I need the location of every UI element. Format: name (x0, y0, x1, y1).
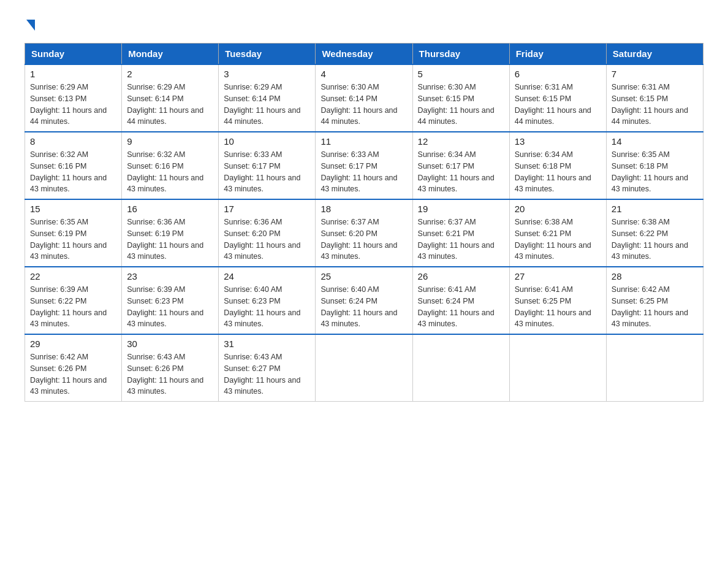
calendar-day-cell: 4 Sunrise: 6:30 AM Sunset: 6:14 PM Dayli… (316, 64, 412, 132)
calendar-day-cell: 29 Sunrise: 6:42 AM Sunset: 6:26 PM Dayl… (25, 334, 122, 402)
calendar-week-row: 15 Sunrise: 6:35 AM Sunset: 6:19 PM Dayl… (25, 199, 703, 267)
day-number: 22 (30, 271, 116, 282)
day-info: Sunrise: 6:41 AM Sunset: 6:24 PM Dayligh… (418, 284, 504, 330)
calendar-day-cell: 26 Sunrise: 6:41 AM Sunset: 6:24 PM Dayl… (412, 267, 509, 334)
day-info: Sunrise: 6:31 AM Sunset: 6:15 PM Dayligh… (515, 82, 601, 128)
day-info: Sunrise: 6:30 AM Sunset: 6:14 PM Dayligh… (320, 82, 407, 128)
day-info: Sunrise: 6:29 AM Sunset: 6:13 PM Dayligh… (30, 82, 116, 128)
calendar-day-cell: 2 Sunrise: 6:29 AM Sunset: 6:14 PM Dayli… (122, 64, 219, 132)
day-number: 17 (224, 204, 310, 214)
day-number: 27 (515, 271, 601, 282)
day-number: 5 (418, 69, 504, 79)
day-number: 12 (418, 136, 504, 147)
calendar-day-cell: 18 Sunrise: 6:37 AM Sunset: 6:20 PM Dayl… (316, 199, 412, 267)
day-info: Sunrise: 6:40 AM Sunset: 6:24 PM Dayligh… (320, 284, 407, 330)
day-info: Sunrise: 6:36 AM Sunset: 6:19 PM Dayligh… (127, 216, 213, 262)
day-number: 15 (30, 204, 116, 214)
calendar-day-cell: 16 Sunrise: 6:36 AM Sunset: 6:19 PM Dayl… (122, 199, 219, 267)
day-info: Sunrise: 6:35 AM Sunset: 6:18 PM Dayligh… (612, 149, 698, 195)
calendar-day-cell: 28 Sunrise: 6:42 AM Sunset: 6:25 PM Dayl… (606, 267, 703, 334)
day-number: 3 (224, 69, 310, 79)
day-info: Sunrise: 6:43 AM Sunset: 6:26 PM Dayligh… (127, 351, 213, 397)
day-info: Sunrise: 6:34 AM Sunset: 6:18 PM Dayligh… (515, 149, 601, 195)
day-number: 2 (127, 69, 213, 79)
calendar-day-header: Tuesday (219, 44, 316, 65)
calendar-day-cell: 12 Sunrise: 6:34 AM Sunset: 6:17 PM Dayl… (412, 132, 509, 199)
day-info: Sunrise: 6:39 AM Sunset: 6:22 PM Dayligh… (30, 284, 116, 330)
day-info: Sunrise: 6:42 AM Sunset: 6:26 PM Dayligh… (30, 351, 116, 397)
day-info: Sunrise: 6:35 AM Sunset: 6:19 PM Dayligh… (30, 216, 116, 262)
calendar-day-cell: 21 Sunrise: 6:38 AM Sunset: 6:22 PM Dayl… (606, 199, 703, 267)
calendar-day-cell (412, 334, 509, 402)
day-info: Sunrise: 6:36 AM Sunset: 6:20 PM Dayligh… (224, 216, 310, 262)
calendar-day-cell: 10 Sunrise: 6:33 AM Sunset: 6:17 PM Dayl… (219, 132, 316, 199)
calendar-day-header: Sunday (25, 44, 122, 65)
calendar-day-cell: 20 Sunrise: 6:38 AM Sunset: 6:21 PM Dayl… (509, 199, 606, 267)
day-number: 9 (127, 136, 213, 147)
day-info: Sunrise: 6:29 AM Sunset: 6:14 PM Dayligh… (127, 82, 213, 128)
calendar-day-cell: 22 Sunrise: 6:39 AM Sunset: 6:22 PM Dayl… (25, 267, 122, 334)
day-number: 11 (320, 136, 407, 147)
calendar-day-cell: 3 Sunrise: 6:29 AM Sunset: 6:14 PM Dayli… (219, 64, 316, 132)
calendar-day-cell: 31 Sunrise: 6:43 AM Sunset: 6:27 PM Dayl… (219, 334, 316, 402)
day-number: 23 (127, 271, 213, 282)
calendar-header-row: SundayMondayTuesdayWednesdayThursdayFrid… (25, 44, 703, 65)
day-info: Sunrise: 6:34 AM Sunset: 6:17 PM Dayligh… (418, 149, 504, 195)
day-number: 10 (224, 136, 310, 147)
day-number: 1 (30, 69, 116, 79)
calendar-day-cell: 23 Sunrise: 6:39 AM Sunset: 6:23 PM Dayl… (122, 267, 219, 334)
calendar-week-row: 1 Sunrise: 6:29 AM Sunset: 6:13 PM Dayli… (25, 64, 703, 132)
day-number: 30 (127, 339, 213, 349)
day-number: 28 (612, 271, 698, 282)
day-number: 4 (320, 69, 407, 79)
calendar-day-header: Friday (509, 44, 606, 65)
day-info: Sunrise: 6:31 AM Sunset: 6:15 PM Dayligh… (612, 82, 698, 128)
calendar-day-cell: 11 Sunrise: 6:33 AM Sunset: 6:17 PM Dayl… (316, 132, 412, 199)
day-info: Sunrise: 6:37 AM Sunset: 6:20 PM Dayligh… (320, 216, 407, 262)
day-number: 18 (320, 204, 407, 214)
calendar-day-cell: 15 Sunrise: 6:35 AM Sunset: 6:19 PM Dayl… (25, 199, 122, 267)
calendar-day-cell (316, 334, 412, 402)
logo-arrow-icon (26, 20, 35, 31)
calendar-day-cell: 7 Sunrise: 6:31 AM Sunset: 6:15 PM Dayli… (606, 64, 703, 132)
calendar-week-row: 22 Sunrise: 6:39 AM Sunset: 6:22 PM Dayl… (25, 267, 703, 334)
day-info: Sunrise: 6:40 AM Sunset: 6:23 PM Dayligh… (224, 284, 310, 330)
calendar-day-cell: 19 Sunrise: 6:37 AM Sunset: 6:21 PM Dayl… (412, 199, 509, 267)
day-info: Sunrise: 6:41 AM Sunset: 6:25 PM Dayligh… (515, 284, 601, 330)
day-number: 21 (612, 204, 698, 214)
day-number: 8 (30, 136, 116, 147)
calendar-day-header: Monday (122, 44, 219, 65)
day-number: 13 (515, 136, 601, 147)
day-number: 26 (418, 271, 504, 282)
day-number: 14 (612, 136, 698, 147)
calendar-day-cell: 25 Sunrise: 6:40 AM Sunset: 6:24 PM Dayl… (316, 267, 412, 334)
day-number: 20 (515, 204, 601, 214)
calendar-day-cell (606, 334, 703, 402)
calendar-day-cell: 6 Sunrise: 6:31 AM Sunset: 6:15 PM Dayli… (509, 64, 606, 132)
calendar-day-cell: 17 Sunrise: 6:36 AM Sunset: 6:20 PM Dayl… (219, 199, 316, 267)
calendar-day-header: Wednesday (316, 44, 412, 65)
day-number: 31 (224, 339, 310, 349)
calendar-day-cell: 13 Sunrise: 6:34 AM Sunset: 6:18 PM Dayl… (509, 132, 606, 199)
calendar-day-cell: 1 Sunrise: 6:29 AM Sunset: 6:13 PM Dayli… (25, 64, 122, 132)
day-info: Sunrise: 6:30 AM Sunset: 6:15 PM Dayligh… (418, 82, 504, 128)
day-number: 6 (515, 69, 601, 79)
day-info: Sunrise: 6:39 AM Sunset: 6:23 PM Dayligh… (127, 284, 213, 330)
day-number: 19 (418, 204, 504, 214)
calendar-day-header: Saturday (606, 44, 703, 65)
calendar-week-row: 8 Sunrise: 6:32 AM Sunset: 6:16 PM Dayli… (25, 132, 703, 199)
day-info: Sunrise: 6:43 AM Sunset: 6:27 PM Dayligh… (224, 351, 310, 397)
calendar-table: SundayMondayTuesdayWednesdayThursdayFrid… (25, 43, 703, 402)
calendar-day-cell: 30 Sunrise: 6:43 AM Sunset: 6:26 PM Dayl… (122, 334, 219, 402)
day-info: Sunrise: 6:32 AM Sunset: 6:16 PM Dayligh… (30, 149, 116, 195)
calendar-day-cell: 27 Sunrise: 6:41 AM Sunset: 6:25 PM Dayl… (509, 267, 606, 334)
day-info: Sunrise: 6:33 AM Sunset: 6:17 PM Dayligh… (320, 149, 407, 195)
day-info: Sunrise: 6:38 AM Sunset: 6:22 PM Dayligh… (612, 216, 698, 262)
day-number: 29 (30, 339, 116, 349)
day-info: Sunrise: 6:32 AM Sunset: 6:16 PM Dayligh… (127, 149, 213, 195)
calendar-day-cell: 8 Sunrise: 6:32 AM Sunset: 6:16 PM Dayli… (25, 132, 122, 199)
day-info: Sunrise: 6:38 AM Sunset: 6:21 PM Dayligh… (515, 216, 601, 262)
calendar-day-cell (509, 334, 606, 402)
calendar-day-cell: 14 Sunrise: 6:35 AM Sunset: 6:18 PM Dayl… (606, 132, 703, 199)
calendar-day-header: Thursday (412, 44, 509, 65)
